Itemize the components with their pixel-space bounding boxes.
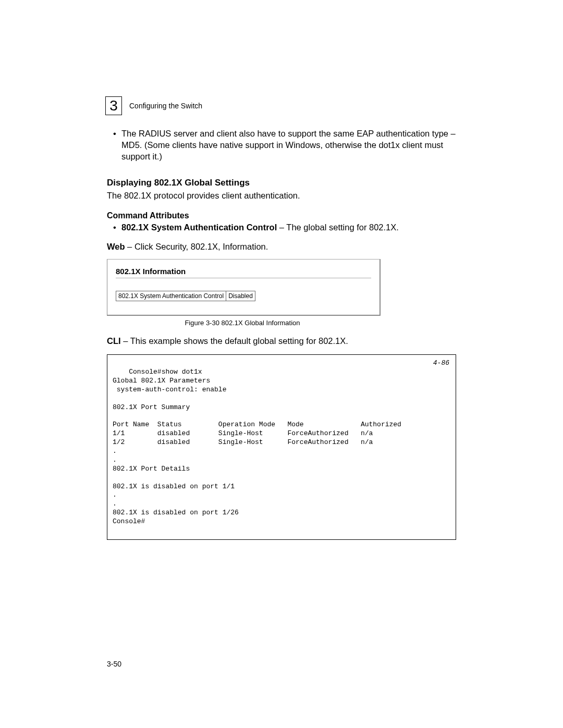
top-bullet: • The RADIUS server and client also have…	[113, 128, 456, 162]
attributes-heading: Command Attributes	[107, 211, 456, 220]
page-header: 3 Configuring the Switch	[105, 96, 456, 115]
chapter-number: 3	[109, 97, 118, 114]
attribute-desc: – The global setting for 802.1X.	[277, 223, 399, 232]
info-panel: 802.1X Information 802.1X System Authent…	[107, 259, 381, 316]
divider	[116, 278, 371, 278]
section-intro: The 802.1X protocol provides client auth…	[107, 190, 456, 202]
attribute-line: • 802.1X System Authentication Control –…	[113, 223, 456, 232]
cli-page-ref: 4-86	[433, 359, 449, 368]
web-text: – Click Security, 802.1X, Information.	[125, 242, 268, 251]
cli-bold: CLI	[107, 336, 121, 346]
chapter-number-box: 3	[105, 96, 122, 115]
cli-body: Console#show dot1x Global 802.1X Paramet…	[113, 368, 401, 525]
bullet-dot-icon: •	[113, 223, 121, 232]
page-number: 3-50	[107, 660, 456, 668]
section-heading: Displaying 802.1X Global Settings	[107, 178, 456, 188]
attribute-label: 802.1X System Authentication Control	[121, 223, 277, 232]
top-bullet-text: The RADIUS server and client also have t…	[121, 128, 456, 162]
figure-caption: Figure 3-30 802.1X Global Information	[107, 319, 378, 327]
cli-intro: CLI – This example shows the default glo…	[107, 336, 456, 346]
web-bold: Web	[107, 242, 125, 251]
info-panel-title: 802.1X Information	[116, 267, 371, 276]
web-instruction: Web – Click Security, 802.1X, Informatio…	[107, 242, 456, 252]
info-table-value: Disabled	[226, 291, 255, 301]
cli-output-box: 4-86Console#show dot1x Global 802.1X Par…	[107, 354, 456, 540]
info-table-label: 802.1X System Authentication Control	[116, 291, 226, 301]
info-table: 802.1X System Authentication Control Dis…	[116, 291, 255, 301]
bullet-dot-icon: •	[113, 128, 121, 162]
chapter-title: Configuring the Switch	[129, 102, 202, 110]
cli-intro-text: – This example shows the default global …	[121, 336, 348, 346]
